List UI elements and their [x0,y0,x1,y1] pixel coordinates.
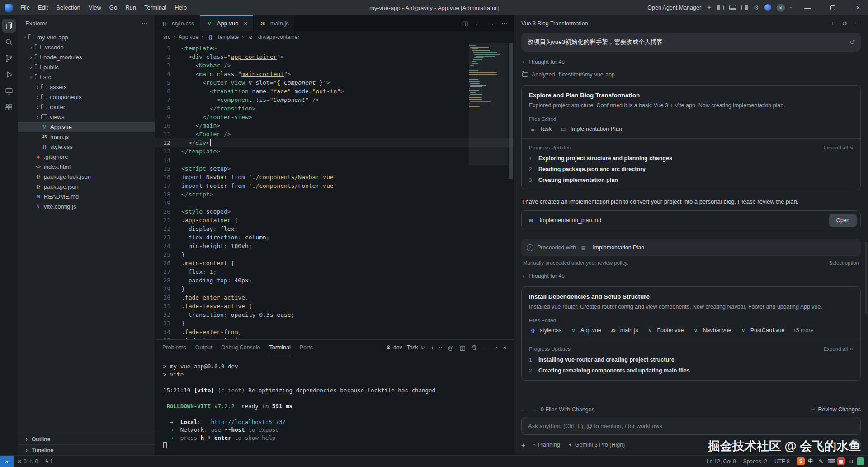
tree-item-package.json[interactable]: {}package.json [18,181,155,191]
editor-scrollbar[interactable] [508,43,514,339]
agent-more-icon[interactable]: ⋯ [854,20,861,27]
explorer-more-icon[interactable]: ⋯ [142,20,147,27]
ime-icon[interactable]: ⌨ [827,458,836,465]
tree-item-.vscode[interactable]: ›.vscode [18,42,155,52]
maximize-panel-icon[interactable]: › [493,347,500,348]
ime-icon[interactable]: ✎ [816,458,826,465]
avatar[interactable]: xl [777,4,785,12]
encoding[interactable]: UTF-8 [771,456,793,467]
close-panel-icon[interactable]: × [503,344,506,351]
menu-run[interactable]: Run [121,2,140,13]
terminal-more-icon[interactable]: ⋯ [483,344,489,351]
review-changes-button[interactable]: ≣ Review Changes [811,406,861,413]
maximize-button[interactable] [823,0,843,15]
panel-tab-output[interactable]: Output [195,340,212,355]
agent-input[interactable]: Ask anything (Ctrl+L), @ to mention, / f… [521,417,861,435]
tree-item-main.js[interactable]: JSmain.js [18,132,155,142]
panel-tab-debug-console[interactable]: Debug Console [221,340,260,355]
account-orb-icon[interactable] [764,4,771,11]
file-chip[interactable]: VPostCard.vue [740,327,785,334]
agent-scrollbar[interactable] [865,242,867,314]
breadcrumb-item[interactable]: ⊘div.app-container [247,34,299,40]
ime-icon[interactable]: S [797,457,805,465]
menu-selection[interactable]: Selection [52,2,84,13]
file-chip[interactable]: VNavbar.vue [692,327,731,334]
tree-item-package-lock.json[interactable]: {}package-lock.json [18,172,155,181]
menu-file[interactable]: File [16,2,34,13]
file-chip[interactable]: ≣Task [529,126,552,132]
nav-forward-icon[interactable]: → [488,20,494,27]
new-terminal-icon[interactable]: + [431,344,434,351]
restore-checkpoint-icon[interactable]: ↺ [849,38,855,46]
settings-gear-icon[interactable]: ⚙ [754,4,759,11]
terminal-output[interactable]: > my-vue-app@0.0.0 dev> vite15:21:19 [vi… [155,355,514,455]
ime-icon[interactable]: ▦ [837,457,845,465]
panel-tab-problems[interactable]: Problems [162,340,186,355]
new-conversation-icon[interactable]: + [831,20,835,27]
search-icon[interactable] [2,35,16,49]
send-button[interactable]: ▸ [849,439,861,451]
tree-item-src[interactable]: ›src [18,72,155,82]
remote-explorer-icon[interactable] [2,84,16,98]
ports-status[interactable]: ϟ1 [42,456,57,467]
file-chip[interactable]: VFooter.vue [646,327,684,334]
terminal-dropdown-icon[interactable]: › [438,347,444,348]
thought-toggle-1[interactable]: › Thought for 4s [522,59,860,65]
ime-icon[interactable]: ⊞ [846,458,855,465]
plan-file-row[interactable]: M implementation_plan.md Open [521,210,861,230]
prev-change-icon[interactable]: ← [521,406,527,413]
indentation[interactable]: Spaces: 2 [740,456,771,467]
open-plan-button[interactable]: Open [829,214,857,227]
tab-style.css[interactable]: {}style.css [155,15,200,31]
tree-item-README.md[interactable]: MREADME.md [18,191,155,201]
extensions-icon[interactable] [2,100,16,114]
menu-go[interactable]: Go [105,2,121,13]
breadcrumb-item[interactable]: App.vue [179,34,198,40]
tab-main.js[interactable]: JSmain.js [254,15,295,31]
explorer-icon[interactable] [2,19,16,33]
mode-selector[interactable]: › Planning [533,442,560,448]
panel-tab-terminal[interactable]: Terminal [269,340,291,355]
select-option-button[interactable]: Select option [829,260,859,266]
problems-status[interactable]: ⊘0 ⚠0 [14,456,42,467]
section-timeline[interactable]: ›Timeline [18,444,155,455]
menu-edit[interactable]: Edit [34,2,52,13]
toggle-primary-sidebar-icon[interactable] [717,5,724,10]
section-outline[interactable]: ›Outline [18,434,155,444]
run-debug-icon[interactable] [2,68,16,81]
tree-item-views[interactable]: ›views [18,112,155,122]
agent-conversation[interactable]: 改项目为vue3初始化的脚手架，需要改成个人博客 ↺ › Thought for… [514,32,868,403]
cursor-position[interactable]: Ln 12, Col 9 [703,456,740,467]
tree-item-.gitignore[interactable]: ◆.gitignore [18,152,155,162]
ime-icon[interactable] [857,457,864,465]
terminal-profile-icon[interactable]: @ [448,344,454,351]
minimap[interactable] [469,43,508,339]
add-context-button[interactable]: + [521,441,525,449]
toggle-secondary-sidebar-icon[interactable] [741,5,748,10]
tab-App.vue[interactable]: VApp.vue× [200,15,254,31]
menu-help[interactable]: Help [170,2,191,13]
remote-indicator[interactable]: » [0,456,14,467]
terminal-task-item[interactable]: ⚙dev - Task↻ [386,344,425,351]
open-agent-manager-button[interactable]: Open Agent Manager [647,5,701,11]
model-selector[interactable]: ✦ Gemini 3 Pro (High) [568,442,625,448]
file-chip[interactable]: JSmain.js [609,327,638,334]
breadcrumb-item[interactable]: {}template [207,34,239,40]
tree-item-vite.config.js[interactable]: ϟvite.config.js [18,201,155,211]
code-editor[interactable]: 1<template>2 <div class="app-container">… [155,43,514,339]
toggle-panel-icon[interactable] [729,5,736,10]
tree-item-router[interactable]: ›router [18,102,155,112]
tree-item-node_modules[interactable]: ›node_modules [18,52,155,62]
menu-view[interactable]: View [85,2,105,13]
analyzed-row[interactable]: Analyzed f:\testItem\my-vue-app [522,71,860,78]
expand-all-button[interactable]: Expand all« [824,346,853,352]
kill-terminal-icon[interactable] [471,344,477,351]
more-files[interactable]: +5 more [793,327,813,334]
menu-terminal[interactable]: Terminal [140,2,170,13]
breadcrumb-item[interactable]: src [163,34,170,40]
close-window-button[interactable]: × [848,0,868,15]
ime-icon[interactable]: 中 [806,457,815,465]
history-icon[interactable]: ↺ [842,20,847,27]
file-chip[interactable]: {}style.css [529,327,561,334]
tree-item-assets[interactable]: ›assets [18,82,155,92]
